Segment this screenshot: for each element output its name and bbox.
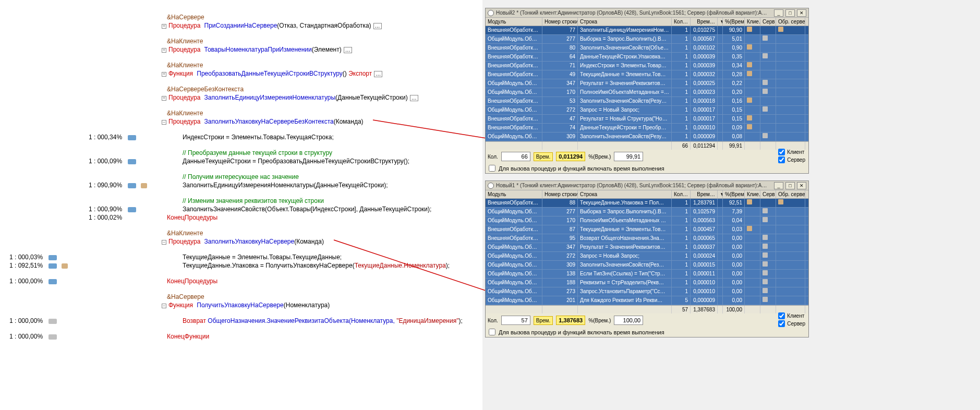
table-row[interactable]: ВнешняяОбработка.З…47Результат = Новый С… (486, 115, 808, 124)
minimize-button[interactable]: _ (774, 182, 783, 189)
server-checkbox[interactable]: Сервер (778, 156, 805, 163)
sort-icon[interactable]: ▼ (718, 18, 723, 26)
fold-toggle[interactable]: − (162, 240, 166, 245)
footer-n-input[interactable] (501, 152, 530, 161)
col-line[interactable]: Номер строки (542, 190, 578, 198)
directive: &НаСервереБезКонтекста (167, 86, 244, 93)
titlebar[interactable]: Новый1 * (Тонкий клиент:Администратор (О… (486, 181, 808, 190)
col-line[interactable]: Номер строки (542, 18, 578, 26)
footer-pct-label: %(Врем.) (588, 318, 611, 323)
col-server[interactable]: Серв… (760, 18, 776, 26)
footer-pct-input[interactable] (614, 152, 643, 161)
table-row[interactable]: ВнешняяОбработка.З…87ТекущиеДанные = Эле… (486, 225, 808, 234)
grid-header: Модуль Номер строки Строка Кол… Врем… ▼ … (486, 18, 808, 26)
grid-totals: 57 1,387683 100,00 (486, 305, 808, 313)
table-row[interactable]: ОбщийМодуль.Общег…309ЗаполнитьЗначенияСв… (486, 132, 808, 141)
col-pct[interactable]: %(Врем.) (723, 190, 745, 198)
include-time-checkbox[interactable] (489, 165, 495, 172)
server-checkbox[interactable]: Сервер (778, 320, 805, 327)
directive: &НаСервере (167, 293, 204, 300)
maximize-button[interactable]: □ (785, 9, 795, 17)
fold-toggle[interactable]: − (162, 120, 166, 125)
collapsed-icon[interactable]: … (374, 71, 382, 77)
table-row[interactable]: ВнешняяОбработка.З…53ЗаполнитьЗначенияСв… (486, 97, 808, 106)
table-row[interactable]: ОбщийМодуль.Общег…272Запрос = Новый Запр… (486, 252, 808, 261)
collapsed-icon[interactable]: … (410, 95, 418, 101)
table-row[interactable]: ОбщийМодуль.Общег…347Результат = Значени… (486, 79, 808, 88)
footer-pct-label: %(Врем.) (588, 154, 611, 160)
string: "ЕдиницаИзмерения" (396, 317, 458, 324)
client-checkbox[interactable]: Клиент (778, 149, 805, 155)
table-row[interactable]: ВнешняяОбработка.З…77ЗаполнитьЕдиницуИзм… (486, 26, 808, 35)
table-row[interactable]: ОбщийМодуль.Общег…170ПолноеИмяОбъектаМет… (486, 88, 808, 97)
fold-toggle[interactable]: + (162, 48, 166, 53)
comment: // Изменим значения реквизитов текущей с… (183, 197, 324, 204)
col-time[interactable]: Врем… (691, 190, 718, 198)
include-time-row: Для вызова процедур и функций включать в… (486, 327, 808, 337)
stack-icon (49, 319, 57, 324)
client-icon (747, 98, 752, 103)
stack-icon (49, 263, 57, 269)
stack-icon (128, 183, 136, 188)
include-time-row: Для вызова процедур и функций включать в… (486, 163, 808, 173)
col-client[interactable]: Клие… (745, 190, 760, 198)
table-row[interactable]: ОбщийМодуль.Общег…138Если ТипЗнч(Ссылка)… (486, 270, 808, 279)
client-icon (747, 44, 752, 50)
table-row[interactable]: ВнешняяОбработка.З…64ДанныеТекущейСтроки… (486, 53, 808, 62)
close-button[interactable]: ✕ (797, 9, 806, 17)
gutter-count: 1 : 000,34% (89, 134, 122, 141)
col-obrserver[interactable]: Обр. серве… (776, 190, 805, 198)
code-editor[interactable]: &НаСервере +Процедура ПриСозданииНаСерве… (0, 0, 482, 410)
col-string[interactable]: Строка (578, 190, 672, 198)
footer-n-input[interactable] (501, 316, 530, 325)
fold-toggle[interactable]: + (162, 96, 166, 101)
minimize-button[interactable]: _ (774, 9, 783, 17)
sort-icon[interactable]: ▼ (718, 190, 723, 198)
footer-t-label: Врем. (534, 316, 553, 325)
table-row[interactable]: ОбщийМодуль.Общег…170ПолноеИмяОбъектаМет… (486, 216, 808, 225)
table-row[interactable]: ВнешняяОбработка.З…80ЗаполнитьЗначенияСв… (486, 44, 808, 53)
client-checkbox[interactable]: Клиент (778, 312, 805, 319)
table-row[interactable]: ВнешняяОбработка.З…95Возврат ОбщегоНазна… (486, 234, 808, 243)
col-module[interactable]: Модуль (486, 190, 542, 198)
col-server[interactable]: Серв… (760, 190, 776, 198)
col-time[interactable]: Врем… (691, 18, 718, 26)
table-row[interactable]: ОбщийМодуль.Общег…347Результат = Значени… (486, 243, 808, 252)
totals-n: 66 (672, 142, 691, 150)
args: (Отказ, СтандартнаяОбработка) (277, 22, 371, 29)
proc-name: ЗаполнитьУпаковкуНаСервереБезКонтекста (204, 118, 334, 125)
table-row[interactable]: ОбщийМодуль.Общег…277Выборка = Запрос.Вы… (486, 35, 808, 44)
table-row[interactable]: ОбщийМодуль.Общег…273Запрос.УстановитьПа… (486, 287, 808, 296)
col-count[interactable]: Кол… (672, 190, 691, 198)
fold-toggle[interactable]: − (162, 304, 166, 308)
fold-toggle[interactable]: + (162, 72, 166, 77)
table-row[interactable]: ОбщийМодуль.Общег…309ЗаполнитьЗначенияСв… (486, 261, 808, 270)
collapsed-icon[interactable]: … (344, 47, 352, 53)
table-row[interactable]: ОбщийМодуль.Общег…201Для Каждого Реквизи… (486, 296, 808, 305)
collapsed-icon[interactable]: … (373, 23, 382, 29)
table-row[interactable]: ОбщийМодуль.Общег…277Выборка = Запрос.Вы… (486, 208, 808, 216)
col-string[interactable]: Строка (578, 18, 672, 26)
titlebar[interactable]: Новый2 * (Тонкий клиент:Администратор (О… (486, 8, 808, 18)
include-time-checkbox[interactable] (489, 329, 495, 335)
footer-t-input[interactable] (556, 152, 585, 161)
table-row[interactable]: ВнешняяОбработка.З…88ТекущиеДанные.Упако… (486, 199, 808, 208)
footer-n-label: Кол. (488, 318, 498, 323)
footer-t-input[interactable] (556, 316, 585, 325)
col-client[interactable]: Клие… (745, 18, 760, 26)
close-button[interactable]: ✕ (797, 182, 806, 189)
tail: ); (458, 317, 462, 324)
col-module[interactable]: Модуль (486, 18, 542, 26)
table-row[interactable]: ВнешняяОбработка.З…49ТекущиеДанные = Эле… (486, 70, 808, 79)
col-pct[interactable]: %(Врем.) (723, 18, 745, 26)
directive: &НаКлиенте (167, 110, 203, 117)
footer-pct-input[interactable] (614, 316, 643, 325)
table-row[interactable]: ОбщийМодуль.Общег…272Запрос = Новый Запр… (486, 106, 808, 115)
table-row[interactable]: ОбщийМодуль.Общег…188Реквизиты = СтрРазд… (486, 279, 808, 287)
col-count[interactable]: Кол… (672, 18, 691, 26)
table-row[interactable]: ВнешняяОбработка.З…74ДанныеТекущейСтроки… (486, 124, 808, 132)
maximize-button[interactable]: □ (785, 182, 795, 189)
fold-toggle[interactable]: + (162, 24, 166, 29)
col-obrserver[interactable]: Обр. серве… (776, 18, 805, 26)
table-row[interactable]: ВнешняяОбработка.З…71ИндексСтроки = Элем… (486, 62, 808, 70)
